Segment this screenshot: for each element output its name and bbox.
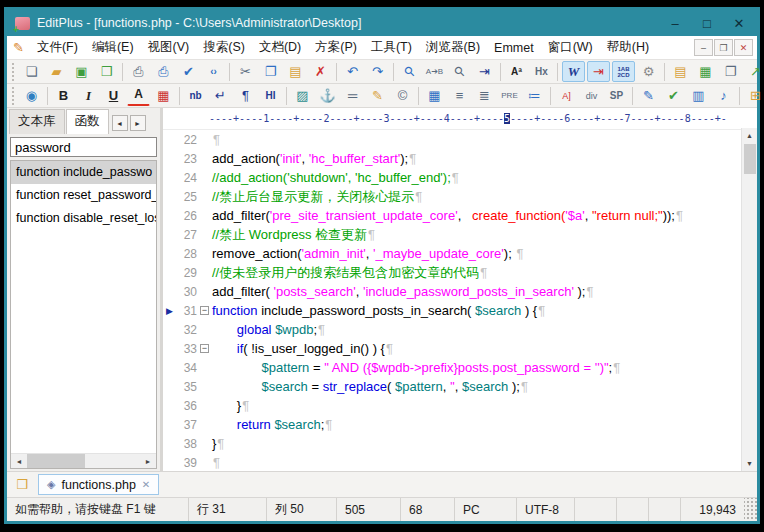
function-filter-input[interactable] bbox=[10, 137, 157, 157]
open-file-button[interactable]: ▰ bbox=[45, 61, 68, 82]
print-preview-button[interactable]: ⎙ bbox=[127, 61, 150, 82]
document-list-icon[interactable]: ❒ bbox=[11, 475, 33, 495]
code-line-29[interactable]: 29//使未登录用户的搜索结果包含加密文章的代码¶ bbox=[163, 263, 741, 282]
italic-button[interactable]: I bbox=[77, 85, 100, 106]
code-line-28[interactable]: 28remove_action('admin_init', '_maybe_up… bbox=[163, 244, 741, 263]
scroll-left-icon[interactable]: ◄ bbox=[11, 458, 27, 465]
code-line-27[interactable]: 27//禁止 Wordpress 检查更新¶ bbox=[163, 225, 741, 244]
tab-scroll-left-icon[interactable]: ◄ bbox=[112, 115, 128, 131]
menu-item-1[interactable]: 编辑(E) bbox=[85, 37, 141, 58]
menu-item-9[interactable]: 窗口(W) bbox=[541, 37, 600, 58]
insert-audio-button[interactable]: ♪ bbox=[712, 85, 735, 106]
scroll-right-icon[interactable]: ► bbox=[140, 458, 156, 465]
anchor-name-button[interactable]: A] bbox=[555, 85, 578, 106]
horizontal-rule-button[interactable]: ═ bbox=[341, 85, 364, 106]
word-wrap-button[interactable]: W bbox=[562, 61, 585, 82]
preformatted-button[interactable]: PRE bbox=[498, 85, 521, 106]
spell-check-button[interactable]: ✔ bbox=[177, 61, 200, 82]
bold-button[interactable]: B bbox=[52, 85, 75, 106]
set-font-button[interactable]: Aª bbox=[505, 61, 528, 82]
copy-button[interactable]: ❐ bbox=[259, 61, 282, 82]
editor-vertical-scrollbar[interactable]: ▲ ▼ bbox=[741, 128, 757, 471]
fold-collapse-icon[interactable]: − bbox=[200, 306, 209, 315]
function-list-item-2[interactable]: function disable_reset_los bbox=[11, 207, 156, 230]
menu-item-8[interactable]: Emmet bbox=[487, 39, 541, 57]
div-tag-button[interactable]: div bbox=[580, 85, 603, 106]
scroll-down-icon[interactable]: ▼ bbox=[742, 456, 757, 471]
hex-viewer-button[interactable]: Hx bbox=[530, 61, 553, 82]
code-line-31[interactable]: ▶31−function include_password_posts_in_s… bbox=[163, 301, 741, 320]
line-break-button[interactable]: ↵ bbox=[209, 85, 232, 106]
replace-button[interactable]: A➔B bbox=[423, 61, 446, 82]
find-button[interactable]: ⚲ bbox=[394, 56, 425, 87]
insert-table-button[interactable]: ▦ bbox=[423, 85, 446, 106]
menu-item-10[interactable]: 帮助(H) bbox=[600, 37, 656, 58]
maximize-button[interactable]: □ bbox=[691, 11, 723, 35]
anchor-button[interactable]: ⚓ bbox=[316, 85, 339, 106]
scroll-up-icon[interactable]: ▲ bbox=[742, 128, 757, 143]
toolbar-grip[interactable] bbox=[12, 63, 14, 81]
code-editor[interactable]: ----+----1----+----2----+----3----+----4… bbox=[163, 108, 757, 471]
browser-window-button[interactable]: ↗ bbox=[744, 61, 764, 82]
insert-video-button[interactable]: ▥ bbox=[687, 85, 710, 106]
mdi-restore-button[interactable]: ❐ bbox=[714, 39, 733, 56]
code-line-23[interactable]: 23add_action('init', 'hc_buffer_start');… bbox=[163, 149, 741, 168]
fold-collapse-icon[interactable]: − bbox=[200, 344, 209, 353]
code-line-37[interactable]: 37return $search;¶ bbox=[163, 415, 741, 434]
script-check-button[interactable]: ✔ bbox=[662, 85, 685, 106]
code-line-22[interactable]: 22¶ bbox=[163, 130, 741, 149]
menu-item-4[interactable]: 文档(D) bbox=[252, 37, 308, 58]
scrollbar-thumb[interactable] bbox=[27, 454, 85, 469]
tab-functions[interactable]: 函数 bbox=[66, 109, 109, 134]
save-button[interactable]: ▣ bbox=[70, 61, 93, 82]
line-numbers-button[interactable]: 1AB 2CD bbox=[612, 61, 635, 82]
minimize-button[interactable]: – bbox=[659, 11, 691, 35]
non-breaking-space-button[interactable]: nb bbox=[184, 85, 207, 106]
save-all-button[interactable]: ❒ bbox=[95, 61, 118, 82]
menu-item-0[interactable]: 文件(F) bbox=[30, 37, 85, 58]
document-selector-button[interactable]: ❐ bbox=[719, 61, 742, 82]
delete-button[interactable]: ✗ bbox=[309, 61, 332, 82]
code-cleanup-button[interactable]: ‹› bbox=[202, 61, 225, 82]
go-to-line-button[interactable]: ⇥ bbox=[473, 61, 496, 82]
comment-note-button[interactable]: ✎ bbox=[366, 85, 389, 106]
heading-button[interactable]: HI bbox=[259, 85, 282, 106]
form-editor-button[interactable]: ✎ bbox=[637, 85, 660, 106]
menu-item-5[interactable]: 方案(P) bbox=[308, 37, 364, 58]
code-line-36[interactable]: 36}¶ bbox=[163, 396, 741, 415]
mdi-minimize-button[interactable]: – bbox=[694, 39, 713, 56]
code-line-25[interactable]: 25//禁止后台显示更新，关闭核心提示¶ bbox=[163, 187, 741, 206]
code-line-35[interactable]: 35$search = str_replace( $pattern, '', $… bbox=[163, 377, 741, 396]
code-line-24[interactable]: 24//add_action('shutdown', 'hc_buffer_en… bbox=[163, 168, 741, 187]
tab-scroll-right-icon[interactable]: ► bbox=[130, 115, 146, 131]
function-list-item-0[interactable]: function include_passwo bbox=[11, 161, 156, 184]
menu-item-3[interactable]: 搜索(S) bbox=[196, 37, 252, 58]
print-button[interactable]: ⎙ bbox=[152, 61, 175, 82]
code-area[interactable]: 22¶23add_action('init', 'hc_buffer_start… bbox=[163, 130, 757, 471]
code-line-32[interactable]: 32global $wpdb;¶ bbox=[163, 320, 741, 339]
special-character-button[interactable]: © bbox=[391, 85, 414, 106]
tab-cliptext[interactable]: 文本库 bbox=[9, 109, 65, 134]
menu-item-7[interactable]: 浏览器(B) bbox=[419, 37, 487, 58]
scrollbar-thumb[interactable] bbox=[744, 144, 756, 174]
indent-guide-button[interactable]: ⇥ bbox=[587, 61, 610, 82]
cut-button[interactable]: ✂ bbox=[234, 61, 257, 82]
preferences-button[interactable]: ⚙ bbox=[637, 61, 660, 82]
tab-functions-php[interactable]: ◈ functions.php ✕ bbox=[38, 474, 159, 495]
find-in-files-button[interactable]: ⚲ bbox=[444, 56, 475, 87]
code-line-34[interactable]: 34$pattern = " AND ({$wpdb->prefix}posts… bbox=[163, 358, 741, 377]
cliptext-window-button[interactable]: ▦ bbox=[694, 61, 717, 82]
tab-close-icon[interactable]: ✕ bbox=[142, 479, 150, 490]
underline-button[interactable]: U bbox=[102, 85, 125, 106]
form-controls-button[interactable]: ⊞ bbox=[744, 85, 764, 106]
resize-grip[interactable] bbox=[744, 498, 757, 521]
align-left-button[interactable]: ≡ bbox=[448, 85, 471, 106]
undo-button[interactable]: ↶ bbox=[341, 61, 364, 82]
insert-image-button[interactable]: ▨ bbox=[291, 85, 314, 106]
redo-button[interactable]: ↷ bbox=[366, 61, 389, 82]
color-picker-button[interactable]: ▦ bbox=[152, 85, 175, 106]
span-tag-button[interactable]: SP bbox=[605, 85, 628, 106]
paragraph-button[interactable]: ¶ bbox=[234, 85, 257, 106]
directory-window-button[interactable]: ▤ bbox=[669, 61, 692, 82]
browser-preview-button[interactable]: ◉ bbox=[20, 85, 43, 106]
